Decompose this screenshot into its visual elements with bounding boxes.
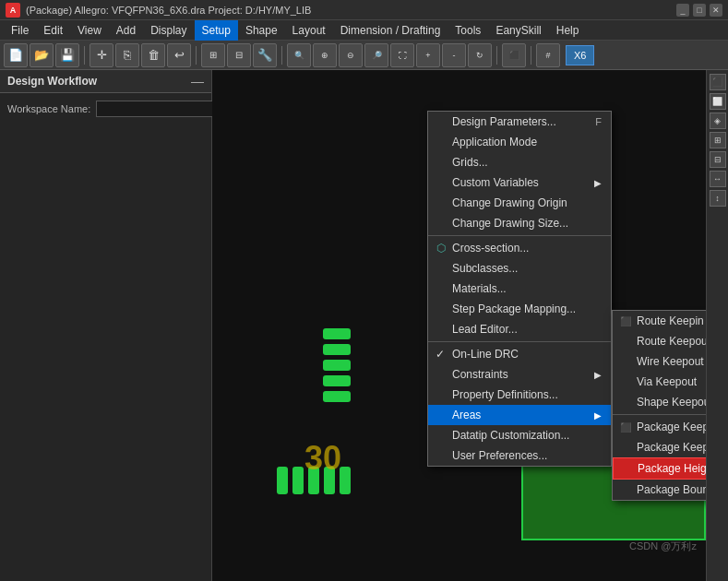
- panel-content: Workspace Name:: [0, 93, 211, 130]
- menu-cross-section[interactable]: ⬡ Cross-section...: [428, 238, 611, 258]
- toolbar: 📄 📂 💾 ✛ ⎘ 🗑 ↩ ⊞ ⊟ 🔧 🔍 ⊕ ⊖ 🔎 ⛶ + - ↻ ⬛ # …: [0, 41, 728, 70]
- menu-constraints[interactable]: Constraints ▶: [428, 364, 611, 385]
- submenu-shape-keepout[interactable]: Shape Keepout: [613, 392, 706, 412]
- menu-custom-variables[interactable]: Custom Variables ▶: [428, 172, 611, 193]
- menu-view[interactable]: View: [70, 20, 109, 41]
- submenu-wire-keepout[interactable]: Wire Keepout: [613, 351, 706, 372]
- toolbar-sep-5: [531, 46, 531, 65]
- submenu-package-boundary[interactable]: Package Boundary: [613, 480, 706, 500]
- menu-grids[interactable]: Grids...: [428, 152, 611, 172]
- rt-btn-6[interactable]: ↔: [710, 171, 726, 187]
- rt-btn-4[interactable]: ⊞: [710, 132, 726, 148]
- toolbar-refresh[interactable]: ↻: [468, 43, 492, 67]
- rt-btn-2[interactable]: ⬜: [710, 93, 726, 110]
- menu-layout[interactable]: Layout: [285, 20, 333, 41]
- menu-areas[interactable]: Areas ▶: [428, 405, 611, 425]
- menu-change-drawing-origin[interactable]: Change Drawing Origin: [428, 193, 611, 213]
- menu-eanyskill[interactable]: EanySkill: [488, 20, 548, 41]
- toolbar-zoom-in[interactable]: +: [416, 43, 440, 67]
- toolbar-zoom-fit[interactable]: ⛶: [390, 43, 414, 67]
- menu-materials[interactable]: Materials...: [428, 279, 611, 299]
- menu-property-definitions[interactable]: Property Definitions...: [428, 385, 611, 405]
- right-toolbar: ⬛ ⬜ ◈ ⊞ ⊟ ↔ ↕: [706, 70, 728, 581]
- toolbar-zoom2[interactable]: ⊕: [313, 43, 337, 67]
- submenu-via-keepout[interactable]: Via Keepout: [613, 372, 706, 392]
- menu-lead-editor[interactable]: Lead Editor...: [428, 319, 611, 339]
- window-controls[interactable]: _ □ ✕: [676, 4, 722, 17]
- toolbar-sep-4: [496, 46, 497, 65]
- toolbar-grid[interactable]: ⊟: [227, 43, 251, 67]
- pad: [323, 344, 351, 355]
- canvas-area: 25 20 30 CSDN @万利z Design Parameters... …: [212, 70, 706, 581]
- menu-add[interactable]: Add: [109, 20, 143, 41]
- pcb-number-30: 30: [304, 439, 341, 478]
- submenu-route-keepin[interactable]: ⬛ Route Keepin: [613, 311, 706, 331]
- menu-help[interactable]: Help: [549, 20, 587, 41]
- route-keepin-icon: ⬛: [618, 314, 633, 328]
- tab-x6[interactable]: X6: [566, 45, 594, 65]
- pad: [277, 467, 288, 494]
- panel-close-button[interactable]: —: [191, 74, 204, 89]
- toolbar-copy[interactable]: ⎘: [115, 43, 139, 67]
- toolbar-b1[interactable]: 🔧: [253, 43, 277, 67]
- submenu-package-keepin[interactable]: ⬛ Package Keepin: [613, 417, 706, 437]
- menu-tools[interactable]: Tools: [448, 20, 488, 41]
- toolbar-open[interactable]: 📂: [30, 43, 54, 67]
- menu-design-params[interactable]: Design Parameters... F: [428, 112, 611, 132]
- menu-on-line-drc[interactable]: On-Line DRC: [428, 344, 611, 364]
- minimize-button[interactable]: _: [676, 4, 689, 17]
- toolbar-save[interactable]: 💾: [55, 43, 79, 67]
- menu-sep-1: [428, 235, 611, 236]
- submenu-package-keepout[interactable]: Package Keepout: [613, 437, 706, 457]
- submenu-package-height[interactable]: Package Height: [613, 457, 706, 480]
- menu-step-package-mapping[interactable]: Step Package Mapping...: [428, 299, 611, 319]
- toolbar-delete[interactable]: 🗑: [141, 43, 165, 67]
- pad: [292, 467, 304, 494]
- toolbar-new[interactable]: 📄: [4, 43, 28, 67]
- workspace-field: Workspace Name:: [7, 101, 204, 117]
- pad: [323, 391, 351, 402]
- app-icon: A: [6, 3, 20, 18]
- panel-header: Design Workflow —: [0, 70, 211, 93]
- menu-setup[interactable]: Setup: [195, 20, 238, 41]
- cross-section-icon: ⬡: [434, 241, 448, 255]
- menu-datatip-customization[interactable]: Datatip Customization...: [428, 425, 611, 445]
- title-bar: A (Package) Allegro: VFQFPN36_6X6.dra Pr…: [0, 0, 728, 20]
- toolbar-zoom4[interactable]: 🔎: [364, 43, 388, 67]
- rt-btn-1[interactable]: ⬛: [710, 74, 726, 90]
- toolbar-move[interactable]: ✛: [90, 43, 113, 67]
- menu-sep-2: [428, 341, 611, 342]
- rt-btn-5[interactable]: ⊟: [710, 151, 726, 168]
- package-keepin-icon: ⬛: [618, 420, 633, 434]
- rt-btn-3[interactable]: ◈: [710, 113, 726, 129]
- menu-file[interactable]: File: [4, 20, 36, 41]
- submenu-route-keepout[interactable]: Route Keepout: [613, 331, 706, 351]
- pad: [323, 360, 351, 371]
- toolbar-sep-2: [196, 46, 197, 65]
- maximize-button[interactable]: □: [693, 4, 706, 17]
- toolbar-zoom-out[interactable]: -: [442, 43, 466, 67]
- pad: [323, 328, 351, 339]
- menu-change-drawing-size[interactable]: Change Drawing Size...: [428, 213, 611, 233]
- menu-user-preferences[interactable]: User Preferences...: [428, 445, 611, 466]
- main-area: Design Workflow — Workspace Name:: [0, 70, 728, 581]
- menu-application-mode[interactable]: Application Mode: [428, 132, 611, 152]
- toolbar-zoom1[interactable]: 🔍: [287, 43, 311, 67]
- window-title: (Package) Allegro: VFQFPN36_6X6.dra Proj…: [26, 5, 311, 16]
- workspace-label: Workspace Name:: [7, 103, 90, 114]
- panel-title: Design Workflow: [7, 75, 97, 88]
- menu-display[interactable]: Display: [143, 20, 194, 41]
- toolbar-zoom3[interactable]: ⊖: [339, 43, 363, 67]
- pad: [323, 375, 351, 386]
- toolbar-grid-btn[interactable]: #: [536, 43, 560, 67]
- close-button[interactable]: ✕: [710, 4, 722, 17]
- menu-edit[interactable]: Edit: [36, 20, 70, 41]
- menu-dimension-drafting[interactable]: Dimension / Drafting: [333, 20, 448, 41]
- pad-group-left: [323, 328, 351, 402]
- rt-btn-7[interactable]: ↕: [710, 190, 726, 207]
- menu-shape[interactable]: Shape: [238, 20, 285, 41]
- toolbar-undo[interactable]: ↩: [167, 43, 191, 67]
- toolbar-snap[interactable]: ⊞: [201, 43, 225, 67]
- menu-subclasses[interactable]: Subclasses...: [428, 258, 611, 279]
- toolbar-extra1[interactable]: ⬛: [502, 43, 526, 67]
